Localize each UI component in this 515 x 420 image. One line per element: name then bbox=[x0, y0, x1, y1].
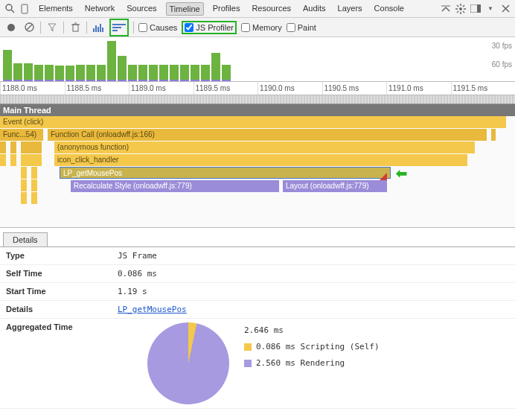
flame-stub[interactable] bbox=[10, 141, 16, 153]
svg-rect-14 bbox=[477, 4, 481, 13]
panel-tabs: Elements Network Sources Timeline Profil… bbox=[36, 2, 407, 16]
jsprofiler-checkbox[interactable]: JS Profiler bbox=[185, 23, 234, 32]
detail-key-selftime: Self Time bbox=[6, 269, 118, 279]
fps-60-label: 60 fps bbox=[492, 60, 512, 69]
legend-swatch-scripting bbox=[244, 343, 252, 351]
flame-stub[interactable] bbox=[491, 129, 496, 141]
flame-func54[interactable]: Func...54) bbox=[0, 129, 43, 141]
tab-resources[interactable]: Resources bbox=[249, 2, 294, 16]
ruler-tick: 1190.0 ms bbox=[258, 82, 322, 95]
detail-val-starttime: 1.19 s bbox=[118, 287, 509, 296]
fps-labels: 30 fps 60 fps bbox=[492, 42, 512, 79]
flame-lp-getmousepos[interactable]: LP_getMousePos bbox=[60, 167, 391, 179]
detail-key-aggtime: Aggregated Time bbox=[6, 322, 118, 331]
detail-key-type: Type bbox=[6, 251, 118, 261]
legend-rendering: 2.560 ms Rendering bbox=[256, 358, 345, 368]
flame-recalc-style[interactable]: Recalculate Style (onloadwff.js:779) bbox=[71, 180, 279, 192]
flame-stub[interactable] bbox=[0, 141, 6, 153]
memory-checkbox[interactable]: Memory bbox=[241, 23, 282, 32]
svg-point-17 bbox=[7, 24, 15, 31]
svg-rect-20 bbox=[73, 25, 78, 31]
drawer-toggle-icon[interactable] bbox=[439, 2, 452, 16]
ruler-tick: 1188.5 ms bbox=[65, 82, 129, 95]
flame-stub[interactable] bbox=[491, 116, 496, 128]
detail-link-function[interactable]: LP_getMousePos bbox=[118, 305, 187, 314]
flame-stub[interactable] bbox=[10, 154, 16, 166]
flame-stub[interactable] bbox=[31, 179, 37, 191]
flame-function-call[interactable]: Function Call (onloadwff.js:166) bbox=[48, 129, 487, 141]
svg-rect-24 bbox=[95, 25, 97, 32]
causes-checkbox[interactable]: Causes bbox=[138, 23, 177, 32]
tab-profiles[interactable]: Profiles bbox=[210, 2, 243, 16]
frame-bars bbox=[3, 41, 231, 80]
svg-rect-27 bbox=[102, 28, 103, 32]
jsprofiler-label: JS Profiler bbox=[196, 23, 234, 32]
ruler-tick: 1191.0 ms bbox=[386, 82, 451, 95]
paint-checkbox[interactable]: Paint bbox=[287, 23, 316, 32]
timeline-toolbar: Causes JS Profiler Memory Paint bbox=[0, 18, 515, 37]
legend-swatch-rendering bbox=[244, 360, 252, 367]
overview-minimap[interactable] bbox=[0, 95, 515, 104]
svg-point-4 bbox=[459, 7, 462, 10]
detail-key-details: Details bbox=[6, 305, 118, 314]
clear-icon[interactable] bbox=[22, 21, 36, 34]
tab-elements[interactable]: Elements bbox=[36, 2, 76, 16]
legend-total: 2.646 ms bbox=[244, 322, 380, 339]
ruler-tick: 1188.0 ms bbox=[0, 82, 65, 95]
flame-stub[interactable] bbox=[21, 192, 27, 204]
flame-event-click[interactable]: Event (click) bbox=[0, 116, 506, 128]
settings-gear-icon[interactable] bbox=[454, 2, 467, 16]
tab-network[interactable]: Network bbox=[82, 2, 118, 16]
flame-stub[interactable] bbox=[21, 154, 42, 166]
flame-anonymous[interactable]: (anonymous function) bbox=[54, 141, 475, 153]
details-tabbar: Details bbox=[0, 228, 515, 246]
framesview-icon[interactable] bbox=[92, 21, 105, 34]
filter-icon[interactable] bbox=[45, 21, 59, 34]
flame-stub[interactable] bbox=[21, 167, 27, 179]
svg-point-0 bbox=[6, 4, 12, 10]
memory-label: Memory bbox=[252, 23, 282, 32]
flame-chart[interactable]: Event (click) Func...54) Function Call (… bbox=[0, 116, 515, 228]
svg-rect-23 bbox=[93, 28, 95, 32]
ruler-tick: 1189.5 ms bbox=[193, 82, 258, 95]
device-icon[interactable] bbox=[18, 2, 31, 16]
detail-val-selftime: 0.086 ms bbox=[118, 269, 509, 279]
flame-stub[interactable] bbox=[31, 192, 37, 204]
flame-stub[interactable] bbox=[31, 167, 37, 179]
time-ruler[interactable]: 1188.0 ms 1188.5 ms 1189.0 ms 1189.5 ms … bbox=[0, 82, 515, 95]
flame-stub[interactable] bbox=[21, 179, 27, 191]
tab-timeline[interactable]: Timeline bbox=[166, 2, 204, 16]
dock-icon[interactable] bbox=[469, 2, 482, 16]
detail-key-starttime: Start Time bbox=[6, 287, 118, 296]
garbage-icon[interactable] bbox=[68, 21, 82, 34]
devtools-main-toolbar: Elements Network Sources Timeline Profil… bbox=[0, 0, 515, 18]
search-icon[interactable] bbox=[3, 2, 16, 16]
pie-legend: 2.646 ms 0.086 ms Scripting (Self) 2.560… bbox=[244, 322, 380, 372]
close-icon[interactable] bbox=[499, 2, 512, 16]
tab-sources[interactable]: Sources bbox=[124, 2, 159, 16]
flame-stub[interactable] bbox=[0, 154, 6, 166]
detail-val-type: JS Frame bbox=[118, 251, 509, 261]
tab-layers[interactable]: Layers bbox=[335, 2, 365, 16]
overview-pane[interactable]: 30 fps 60 fps bbox=[0, 37, 515, 82]
tab-console[interactable]: Console bbox=[371, 2, 407, 16]
record-icon[interactable] bbox=[4, 21, 18, 34]
details-tab[interactable]: Details bbox=[3, 232, 48, 246]
paint-label: Paint bbox=[298, 23, 316, 32]
fps-30-label: 30 fps bbox=[492, 42, 512, 50]
flamechart-icon[interactable] bbox=[112, 21, 126, 34]
svg-line-1 bbox=[11, 10, 14, 13]
aggregated-time-pie-chart bbox=[147, 322, 229, 404]
svg-line-11 bbox=[457, 11, 458, 13]
flame-layout[interactable]: Layout (onloadwff.js:779) bbox=[283, 180, 387, 192]
tab-audits[interactable]: Audits bbox=[300, 2, 329, 16]
causes-label: Causes bbox=[150, 23, 177, 32]
details-panel: TypeJS Frame Self Time0.086 ms Start Tim… bbox=[0, 246, 515, 409]
dock-menu-icon[interactable]: ▼ bbox=[484, 2, 497, 16]
flamechart-toggle-highlight bbox=[109, 19, 129, 36]
flame-stub[interactable] bbox=[21, 141, 42, 153]
svg-line-12 bbox=[463, 5, 464, 7]
flame-icon-click[interactable]: icon_click_handler bbox=[54, 154, 467, 166]
ruler-tick: 1189.0 ms bbox=[129, 82, 193, 95]
ruler-tick: 1191.5 ms bbox=[451, 82, 516, 95]
